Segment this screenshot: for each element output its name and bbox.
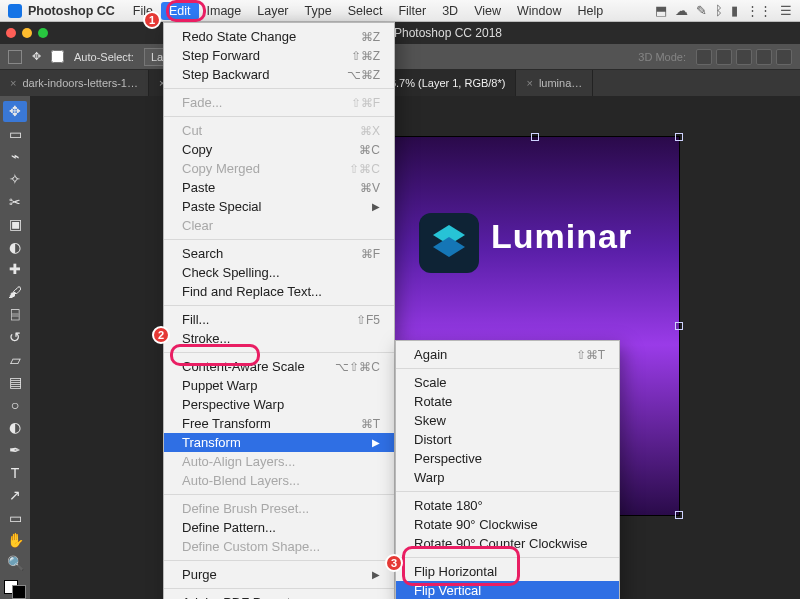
menu-filter[interactable]: Filter [390, 2, 434, 20]
cloud-icon[interactable]: ☁ [675, 3, 688, 18]
3d-orbit-icon[interactable] [696, 49, 712, 65]
menu-item-purge[interactable]: Purge▶ [164, 565, 394, 584]
document-tab[interactable]: ×lumina… [516, 70, 593, 96]
menu-item-find-and-replace-text[interactable]: Find and Replace Text... [164, 282, 394, 301]
3d-pan-icon[interactable] [736, 49, 752, 65]
menu-item-redo-state-change[interactable]: Redo State Change⌘Z [164, 27, 394, 46]
menu-item-flip-vertical[interactable]: Flip Vertical [396, 581, 619, 599]
tool-gradient[interactable]: ▤ [3, 372, 27, 393]
tool-type[interactable]: T [3, 462, 27, 483]
tool-crop[interactable]: ✂ [3, 191, 27, 212]
spotlight-icon[interactable]: ☰ [780, 3, 792, 18]
menu-3d[interactable]: 3D [434, 2, 466, 20]
menu-item-perspective[interactable]: Perspective [396, 449, 619, 468]
menu-item-adobe-pdf-presets[interactable]: Adobe PDF Presets... [164, 593, 394, 599]
background-swatch[interactable] [12, 585, 26, 599]
menu-item-copy-merged: Copy Merged⇧⌘C [164, 159, 394, 178]
zoom-icon[interactable] [38, 28, 48, 38]
menu-help[interactable]: Help [570, 2, 612, 20]
close-icon[interactable] [6, 28, 16, 38]
menu-item-check-spelling[interactable]: Check Spelling... [164, 263, 394, 282]
annotation-2: 2 [152, 326, 170, 344]
3d-slide-icon[interactable] [756, 49, 772, 65]
menu-item-puppet-warp[interactable]: Puppet Warp [164, 376, 394, 395]
menu-item-define-pattern[interactable]: Define Pattern... [164, 518, 394, 537]
menu-item-label: Define Pattern... [182, 520, 276, 535]
tool-path[interactable]: ↗ [3, 485, 27, 506]
color-swatch[interactable] [4, 580, 26, 599]
document-tab[interactable]: ×dark-indoors-letters-1… [0, 70, 149, 96]
tool-eyedrop[interactable]: ◐ [3, 236, 27, 257]
window-controls[interactable] [6, 28, 48, 38]
tool-marquee[interactable]: ▭ [3, 124, 27, 145]
menu-item-step-forward[interactable]: Step Forward⇧⌘Z [164, 46, 394, 65]
menu-item-content-aware-scale[interactable]: Content-Aware Scale⌥⇧⌘C [164, 357, 394, 376]
home-icon[interactable] [8, 50, 22, 64]
menu-item-label: Transform [182, 435, 241, 450]
menu-image[interactable]: Image [199, 2, 250, 20]
menu-item-copy[interactable]: Copy⌘C [164, 140, 394, 159]
menu-item-rotate-180[interactable]: Rotate 180° [396, 496, 619, 515]
menu-item-label: Step Backward [182, 67, 269, 82]
menu-layer[interactable]: Layer [249, 2, 296, 20]
3d-roll-icon[interactable] [716, 49, 732, 65]
transform-handle[interactable] [675, 133, 683, 141]
tool-move[interactable]: ✥ [3, 101, 27, 122]
close-tab-icon[interactable]: × [526, 77, 532, 89]
menu-item-search[interactable]: Search⌘F [164, 244, 394, 263]
menu-window[interactable]: Window [509, 2, 569, 20]
menu-view[interactable]: View [466, 2, 509, 20]
tool-stamp[interactable]: ⌸ [3, 304, 27, 325]
menu-edit[interactable]: Edit [161, 2, 199, 20]
menu-item-again[interactable]: Again⇧⌘T [396, 345, 619, 364]
3d-zoom-icon[interactable] [776, 49, 792, 65]
tool-dodge[interactable]: ◐ [3, 417, 27, 438]
tool-pen[interactable]: ✒ [3, 440, 27, 461]
close-tab-icon[interactable]: × [10, 77, 16, 89]
pen-icon[interactable]: ✎ [696, 3, 707, 18]
menu-item-rotate-90-counter-clockwise[interactable]: Rotate 90° Counter Clockwise [396, 534, 619, 553]
menu-item-free-transform[interactable]: Free Transform⌘T [164, 414, 394, 433]
menu-item-rotate[interactable]: Rotate [396, 392, 619, 411]
tool-lasso[interactable]: ⌁ [3, 146, 27, 167]
menu-item-transform[interactable]: Transform▶ [164, 433, 394, 452]
tool-zoom[interactable]: 🔍 [3, 553, 27, 574]
transform-handle[interactable] [675, 511, 683, 519]
menu-item-paste[interactable]: Paste⌘V [164, 178, 394, 197]
bluetooth-icon[interactable]: ᛒ [715, 3, 723, 18]
luminar-wordmark: Luminar [491, 217, 632, 256]
menu-item-flip-horizontal[interactable]: Flip Horizontal [396, 562, 619, 581]
menu-item-label: Paste [182, 180, 215, 195]
menu-item-distort[interactable]: Distort [396, 430, 619, 449]
tool-wand[interactable]: ✧ [3, 169, 27, 190]
wifi-icon[interactable]: ⋮⋮ [746, 3, 772, 18]
menu-item-label: Perspective Warp [182, 397, 284, 412]
battery-icon[interactable]: ▮ [731, 3, 738, 18]
transform-handle[interactable] [531, 133, 539, 141]
tool-eraser[interactable]: ▱ [3, 349, 27, 370]
tool-rect[interactable]: ▭ [3, 507, 27, 528]
tool-heal[interactable]: ✚ [3, 259, 27, 280]
menu-item-label: Purge [182, 567, 217, 582]
tool-blur[interactable]: ○ [3, 395, 27, 416]
menu-select[interactable]: Select [340, 2, 391, 20]
tool-history[interactable]: ↺ [3, 327, 27, 348]
transform-handle[interactable] [675, 322, 683, 330]
menu-item-stroke[interactable]: Stroke... [164, 329, 394, 348]
menu-item-step-backward[interactable]: Step Backward⌥⌘Z [164, 65, 394, 84]
menu-type[interactable]: Type [297, 2, 340, 20]
menu-item-skew[interactable]: Skew [396, 411, 619, 430]
auto-select-checkbox[interactable] [51, 50, 64, 63]
move-tool-icon[interactable]: ✥ [32, 50, 41, 63]
menu-item-scale[interactable]: Scale [396, 373, 619, 392]
tool-frame[interactable]: ▣ [3, 214, 27, 235]
menu-item-fill[interactable]: Fill...⇧F5 [164, 310, 394, 329]
menu-item-warp[interactable]: Warp [396, 468, 619, 487]
minimize-icon[interactable] [22, 28, 32, 38]
menu-item-rotate-90-clockwise[interactable]: Rotate 90° Clockwise [396, 515, 619, 534]
tool-brush[interactable]: 🖌 [3, 282, 27, 303]
tool-hand[interactable]: ✋ [3, 530, 27, 551]
menu-item-perspective-warp[interactable]: Perspective Warp [164, 395, 394, 414]
dropbox-icon[interactable]: ⬒ [655, 3, 667, 18]
menu-item-paste-special[interactable]: Paste Special▶ [164, 197, 394, 216]
